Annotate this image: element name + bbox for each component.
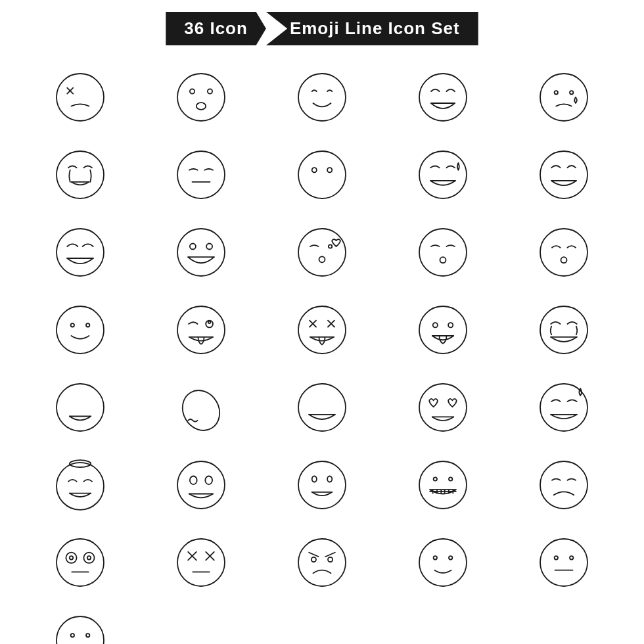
svg-point-36 (57, 306, 104, 354)
emoji-wide-eyes (20, 524, 141, 601)
emoji-slight-smile (262, 58, 382, 136)
svg-point-16 (298, 151, 346, 198)
svg-point-3 (177, 74, 225, 121)
emoji-sad (20, 601, 141, 644)
svg-point-88 (540, 461, 587, 509)
svg-point-50 (433, 323, 438, 327)
emoji-braces (382, 446, 503, 524)
svg-point-91 (83, 553, 94, 563)
svg-point-35 (561, 257, 567, 263)
emoji-smiling-content (20, 291, 141, 369)
svg-point-75 (327, 476, 332, 482)
svg-point-113 (57, 616, 104, 644)
svg-point-34 (540, 229, 587, 276)
svg-point-12 (570, 91, 573, 94)
banner-left-text: 36 Icon (166, 12, 266, 45)
svg-point-101 (298, 539, 346, 586)
svg-point-5 (208, 89, 212, 93)
emoji-heart-eyes (382, 369, 503, 446)
emoji-squinting-tongue (262, 291, 382, 369)
emoji-squinting-laugh (262, 369, 382, 446)
svg-point-108 (449, 556, 452, 559)
emoji-shocked (141, 58, 262, 136)
emoji-angry-frown (262, 524, 382, 601)
svg-point-11 (555, 91, 558, 94)
svg-point-79 (449, 477, 452, 480)
emoji-tongue-out (382, 291, 503, 369)
page-header: 36 Icon Emoji Line Icon Set (0, 0, 644, 52)
svg-point-32 (419, 229, 467, 276)
svg-point-6 (196, 103, 206, 110)
emoji-kissing-smiling-eyes (503, 214, 624, 291)
svg-point-8 (419, 74, 467, 121)
emoji-kissing (382, 214, 503, 291)
emoji-grinning-squinting (20, 214, 141, 291)
svg-point-41 (208, 321, 211, 324)
emoji-expressionless (141, 136, 262, 214)
svg-point-0 (57, 74, 104, 121)
emoji-zany-tongue (141, 291, 262, 369)
svg-point-7 (298, 74, 346, 121)
svg-point-10 (540, 74, 587, 121)
svg-marker-57 (83, 396, 93, 407)
svg-point-29 (298, 229, 346, 276)
emoji-angry-persevering (20, 58, 141, 136)
emoji-beaming (382, 58, 503, 136)
svg-point-105 (328, 557, 333, 562)
emoji-icon-grid (0, 52, 644, 644)
banner-right-text: Emoji Line Icon Set (266, 12, 478, 45)
emoji-grinning-sweat (382, 136, 503, 214)
svg-point-104 (311, 557, 316, 562)
svg-point-38 (86, 323, 89, 327)
emoji-tear (503, 58, 624, 136)
svg-point-27 (206, 244, 212, 250)
svg-point-114 (71, 633, 74, 637)
svg-point-71 (205, 476, 212, 485)
emoji-neutral (503, 524, 624, 601)
svg-point-14 (177, 151, 225, 198)
emoji-sad-worried (503, 446, 624, 524)
emoji-hot-sweat (503, 369, 624, 446)
emoji-neutral-dots (262, 136, 382, 214)
svg-point-53 (540, 306, 587, 354)
svg-point-55 (57, 384, 104, 431)
svg-point-95 (177, 539, 225, 586)
svg-point-26 (190, 244, 196, 250)
emoji-slight-smile-2 (382, 524, 503, 601)
emoji-big-grin (141, 214, 262, 291)
emoji-halo-smile (20, 446, 141, 524)
svg-point-109 (540, 539, 587, 586)
svg-point-78 (434, 477, 437, 480)
svg-point-66 (57, 463, 104, 510)
svg-point-13 (57, 151, 104, 198)
emoji-laughing-crying (503, 291, 624, 369)
svg-point-89 (57, 539, 104, 586)
svg-point-62 (419, 384, 467, 431)
svg-point-25 (177, 229, 225, 276)
svg-point-17 (312, 168, 317, 172)
svg-point-4 (190, 89, 195, 93)
svg-point-33 (440, 257, 446, 263)
svg-point-37 (71, 323, 74, 327)
emoji-x-eyes (141, 524, 262, 601)
emoji-kissing-heart (262, 214, 382, 291)
svg-line-103 (325, 553, 334, 557)
svg-point-43 (298, 306, 346, 354)
svg-point-64 (540, 384, 587, 431)
svg-point-73 (298, 461, 346, 509)
svg-marker-56 (67, 396, 78, 407)
svg-point-18 (327, 168, 332, 172)
svg-point-110 (555, 556, 558, 559)
svg-point-23 (57, 229, 104, 276)
emoji-dizzy-lightning (141, 369, 262, 446)
svg-point-19 (419, 151, 467, 198)
svg-point-69 (177, 461, 225, 509)
emoji-oval-eyes (141, 446, 262, 524)
svg-line-102 (309, 553, 318, 557)
svg-point-111 (570, 556, 573, 559)
svg-point-49 (419, 306, 467, 354)
emoji-rofl (503, 136, 624, 214)
svg-point-107 (434, 556, 437, 559)
emoji-star-struck (20, 369, 141, 446)
title-banner: 36 Icon Emoji Line Icon Set (166, 12, 478, 45)
